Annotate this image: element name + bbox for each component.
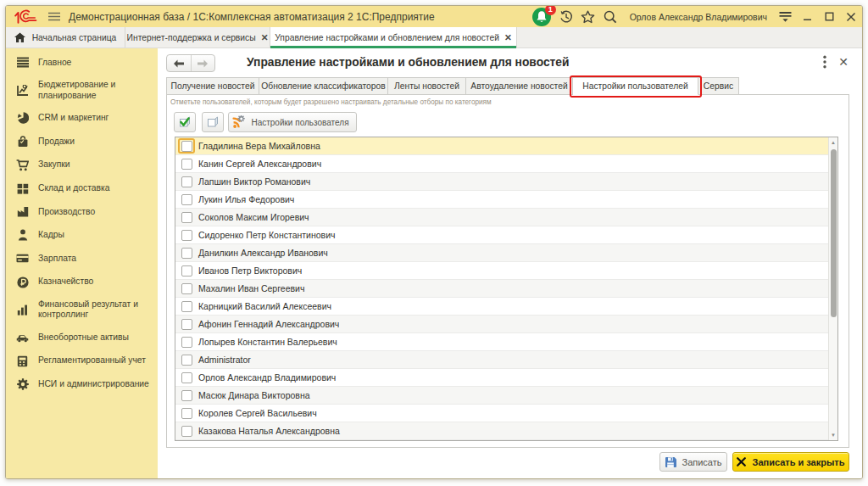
minimize-icon[interactable] — [796, 8, 818, 26]
sidebar-item[interactable]: Продажи — [6, 130, 158, 154]
scroll-down-icon[interactable]: ▼ — [829, 431, 837, 439]
form-tab-label: Автоудаление новостей — [470, 81, 567, 91]
user-row[interactable]: Иванов Петр Викторович — [175, 262, 837, 280]
sidebar-item[interactable]: Внеоборотные активы — [6, 326, 158, 349]
user-checkbox[interactable] — [181, 319, 192, 330]
user-checkbox[interactable] — [181, 265, 192, 277]
user-row[interactable]: Королев Сергей Васильевич — [175, 405, 837, 422]
user-name-label: Лопырев Константин Валерьевич — [198, 337, 337, 347]
sidebar-item[interactable]: Главное — [6, 51, 158, 75]
crm-pie-icon — [16, 112, 29, 124]
check-all-flags-button[interactable] — [174, 112, 196, 132]
clear-all-flags-button[interactable] — [202, 112, 224, 132]
sidebar-item[interactable]: CRM и маркетинг — [6, 107, 158, 131]
service-menu-icon[interactable] — [774, 8, 796, 26]
user-checkbox[interactable] — [181, 390, 192, 401]
sidebar-item[interactable]: НСИ и администрирование — [6, 373, 158, 397]
tab-close-icon[interactable]: ✕ — [504, 33, 512, 42]
checkbox-focus-ring — [178, 316, 195, 332]
budgeting-chart-icon — [16, 85, 29, 97]
window-tab[interactable]: Интернет-поддержка и сервисы ✕ — [125, 27, 270, 47]
form-tab[interactable]: Сервис — [698, 77, 739, 95]
form-tab[interactable]: Обновление классификаторов — [259, 77, 388, 95]
window-close-icon[interactable] — [840, 8, 862, 26]
sidebar-item[interactable]: Зарплата — [6, 247, 158, 271]
sidebar-item[interactable]: Кадры — [6, 224, 158, 248]
user-name-label: Данилкин Александр Иванович — [198, 248, 328, 258]
favorites-star-icon[interactable] — [577, 8, 599, 26]
user-row[interactable]: Карницкий Василий Алексеевич — [175, 298, 837, 316]
form-tab[interactable]: Ленты новостей — [388, 77, 466, 95]
form-title: Управление настройками и обновлением для… — [247, 56, 569, 69]
current-user-name[interactable]: Орлов Александр Владимирович — [630, 12, 767, 22]
assets-car-icon — [16, 332, 29, 343]
user-checkbox[interactable] — [181, 248, 192, 259]
form-tab[interactable]: Получение новостей — [166, 77, 259, 95]
user-row[interactable]: Данилкин Александр Иванович — [175, 244, 837, 262]
user-row[interactable]: Соколов Максим Игоревич — [175, 209, 837, 226]
user-checkbox[interactable] — [181, 426, 192, 437]
user-row[interactable]: Сидоренко Петр Константинович — [175, 226, 837, 244]
user-name-label: Казакова Наталья Александровна — [198, 426, 340, 436]
scrollbar-thumb[interactable] — [831, 149, 837, 317]
user-checkbox[interactable] — [181, 194, 192, 205]
user-checkbox[interactable] — [181, 230, 192, 241]
user-row[interactable]: Канин Сергей Александрович — [175, 155, 837, 173]
sidebar-item-label: Главное — [38, 58, 75, 69]
user-settings-button[interactable]: Настройки пользователя — [228, 112, 357, 132]
back-arrow-icon[interactable] — [167, 55, 191, 71]
user-row[interactable]: Афонин Геннадий Александрович — [175, 316, 837, 333]
user-checkbox[interactable] — [181, 408, 192, 419]
user-row[interactable]: Масюк Динара Викторовна — [175, 387, 837, 405]
finance-bars-icon — [16, 304, 29, 316]
forward-arrow-icon[interactable] — [191, 55, 215, 71]
form-tab[interactable]: Настройки пользователей — [573, 77, 698, 95]
sidebar-item[interactable]: Казначейство — [6, 271, 158, 294]
user-row[interactable]: Орлов Александр Владимирович — [175, 369, 837, 387]
user-checkbox[interactable] — [181, 355, 192, 366]
user-checkbox[interactable] — [181, 301, 192, 312]
user-checkbox[interactable] — [181, 176, 192, 187]
user-row[interactable]: Гладилина Вера Михайловна — [175, 137, 837, 155]
save-and-close-button[interactable]: Записать и закрыть — [732, 452, 849, 472]
more-menu-icon[interactable] — [818, 53, 832, 70]
users-rows: Гладилина Вера Михайловна Канин Сергей А… — [175, 137, 837, 440]
save-button-label: Записать — [682, 457, 721, 467]
list-scrollbar[interactable]: ▲ ▼ — [828, 137, 837, 440]
checkbox-focus-ring — [178, 156, 195, 171]
sidebar-item[interactable]: Бюджетирование и планирование — [6, 75, 158, 107]
sidebar-item[interactable]: Финансовый результат и контроллинг — [6, 293, 158, 326]
user-checkbox[interactable] — [181, 337, 192, 348]
user-checkbox[interactable] — [181, 141, 192, 152]
user-row[interactable]: Лопырев Константин Валерьевич — [175, 333, 837, 351]
notifications-bell-icon[interactable]: 1 — [531, 7, 552, 27]
scroll-up-icon[interactable]: ▲ — [829, 138, 837, 147]
user-row[interactable]: Лукин Илья Федорович — [175, 191, 837, 209]
user-row[interactable]: Administrator — [175, 351, 837, 369]
user-checkbox[interactable] — [181, 283, 192, 294]
tab-close-icon[interactable]: ✕ — [261, 33, 269, 42]
treasury-ruble-icon — [16, 277, 29, 288]
user-checkbox[interactable] — [181, 372, 192, 383]
window-tab[interactable]: Управление настройками и обновлением для… — [270, 27, 517, 47]
form-tab[interactable]: Автоудаление новостей — [466, 77, 573, 95]
1c-logo-icon — [14, 9, 37, 24]
user-checkbox[interactable] — [181, 159, 192, 170]
history-clock-icon[interactable] — [555, 8, 577, 26]
user-row[interactable]: Казакова Наталья Александровна — [175, 422, 837, 440]
search-magnifier-icon[interactable] — [599, 8, 621, 26]
sidebar-item[interactable]: Производство — [6, 200, 158, 224]
form-close-icon[interactable]: ✕ — [835, 53, 852, 70]
sidebar-item[interactable]: Закупки — [6, 154, 158, 177]
main-menu-icon[interactable] — [48, 12, 60, 21]
maximize-icon[interactable] — [818, 8, 840, 26]
sidebar-item[interactable]: Склад и доставка — [6, 176, 158, 200]
window-tab[interactable]: Начальная страница ✕ — [6, 27, 125, 47]
checkbox-focus-ring — [178, 423, 195, 439]
user-checkbox[interactable] — [181, 212, 192, 223]
save-button[interactable]: Записать — [659, 452, 727, 472]
sidebar-item[interactable]: Регламентированный учет — [6, 349, 158, 373]
sections-sidebar: Главное Бюджетирование и планирование CR… — [6, 48, 158, 478]
user-row[interactable]: Лапшин Виктор Романович — [175, 173, 837, 191]
user-row[interactable]: Махалин Иван Сергеевич — [175, 280, 837, 298]
